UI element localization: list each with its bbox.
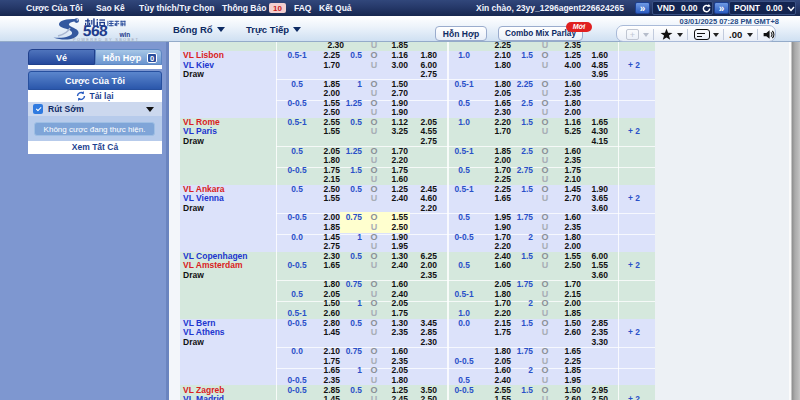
svg-text:POWERED BY SBOBET: POWERED BY SBOBET	[73, 37, 139, 42]
